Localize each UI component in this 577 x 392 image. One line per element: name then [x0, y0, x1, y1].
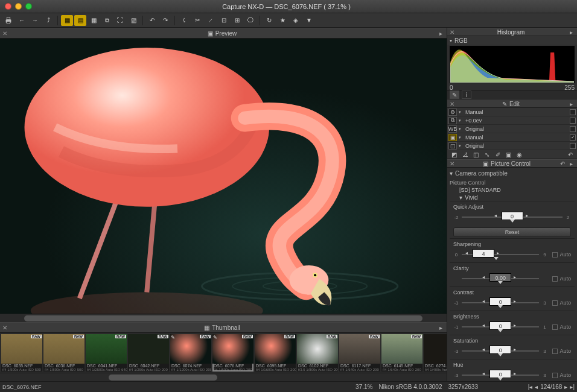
- edit-list: ⚙▾Manual⧉▾+0.0evWB▾Original▣▾Manual◫▾Ori…: [447, 108, 577, 150]
- thumbnail-collapse-icon[interactable]: ▸: [437, 324, 444, 331]
- raw-badge: RAW: [284, 335, 295, 338]
- brightness-auto-checkbox[interactable]: Auto: [552, 324, 571, 330]
- back-icon[interactable]: ←: [16, 15, 28, 26]
- zoom-fit-icon[interactable]: ⊡: [218, 15, 230, 26]
- crop2-icon[interactable]: ◫: [471, 150, 480, 159]
- forward-icon[interactable]: →: [29, 15, 41, 26]
- thumbnail-item[interactable]: RAWDSC_6145.NEFf/4 1/640s Auto ISO 200: [381, 334, 422, 371]
- fullscreen-icon[interactable]: ⛶: [114, 15, 126, 26]
- compare-icon[interactable]: ⧉: [101, 15, 113, 26]
- preview-panel-header: ✕ ▣Preview ▸: [0, 28, 447, 39]
- reset-button[interactable]: Reset: [453, 227, 571, 237]
- edit-collapse-icon[interactable]: ▸: [567, 100, 575, 107]
- thumbnail-item[interactable]: RAWDSC_6095.NEFf/4 1/1600s Auto ISO 200: [255, 334, 296, 371]
- thumbnail-item[interactable]: RAWDSC_6117.NEFf/4 1/640s Auto ISO 200: [339, 334, 380, 371]
- contrast-slider[interactable]: -3◂0▸3Auto: [453, 297, 571, 308]
- zoom-window-button[interactable]: [25, 3, 32, 10]
- clarity-slider[interactable]: ◂0.00▸ Auto: [453, 273, 571, 284]
- edit-close-icon[interactable]: ✕: [450, 101, 454, 107]
- sharpening-auto-checkbox[interactable]: Auto: [552, 251, 571, 258]
- thumbnail-item[interactable]: RAW✎DSC_6074.NEFf/4 1/1200s Auto ISO 200: [170, 334, 211, 371]
- preview-viewport[interactable]: [0, 39, 447, 314]
- pc-collapse-icon[interactable]: ▸: [567, 160, 575, 167]
- histogram-collapse-icon[interactable]: ▸: [567, 28, 575, 36]
- clarity-auto-checkbox[interactable]: Auto: [552, 276, 571, 282]
- edit-row-wb[interactable]: WB▾Original: [447, 125, 577, 133]
- brush-icon[interactable]: ✐: [493, 150, 502, 159]
- curve-icon[interactable]: ⦨: [461, 150, 470, 159]
- thumbnail-item[interactable]: RAW✎DSC_6076.NEFf/4 1/800s Auto ISO 200: [212, 334, 253, 371]
- edit-row-checkbox[interactable]: [570, 109, 576, 115]
- edit-row-checkbox[interactable]: [570, 126, 576, 132]
- thumbnail-h-scrollbar[interactable]: [0, 373, 447, 381]
- hue-auto-checkbox[interactable]: Auto: [552, 372, 571, 378]
- rotate-cw-icon[interactable]: ↷: [159, 15, 171, 26]
- edit-row-checkbox[interactable]: [570, 134, 576, 141]
- thumbnail-item[interactable]: RAWDSC_6041.NEFf/4 1/2500s Auto ISO 640: [86, 334, 127, 371]
- edit-row-pc[interactable]: ▣▾Manual: [447, 133, 577, 142]
- dropper-icon[interactable]: ⤹: [178, 15, 190, 26]
- thumb-meta: f/3.5 1/800s Auto ISO 200: [297, 368, 338, 371]
- preview-close-icon[interactable]: ✕: [2, 30, 7, 37]
- view-mode-1-icon[interactable]: ▦: [61, 15, 73, 26]
- edit-row-checkbox[interactable]: [570, 143, 576, 149]
- palette-icon[interactable]: ◉: [515, 150, 524, 159]
- edit-row-checkbox[interactable]: [570, 118, 576, 124]
- histogram-close-icon[interactable]: ✕: [450, 29, 454, 36]
- thumbnail-item[interactable]: RAWDSC_6102.NEFf/3.5 1/800s Auto ISO 200: [297, 334, 338, 371]
- saturation-slider[interactable]: -3◂0▸3Auto: [453, 346, 571, 356]
- hue-slider[interactable]: -3◂0▸3Auto: [453, 370, 571, 381]
- edit-tab-meta-icon[interactable]: i: [462, 90, 471, 99]
- edit-row-gear[interactable]: ⚙▾Manual: [447, 108, 577, 116]
- thumb-filename: DSC_6117.NEF: [339, 364, 380, 368]
- grid-icon[interactable]: ▨: [127, 15, 139, 26]
- refresh-icon[interactable]: ↻: [263, 15, 275, 26]
- resize-icon[interactable]: ⤡: [482, 150, 491, 159]
- tone-icon[interactable]: ◩: [450, 150, 459, 159]
- contrast-auto-checkbox[interactable]: Auto: [552, 300, 571, 306]
- thumbnail-item[interactable]: RAWDSC_6274.NEFf/4 1/400s Auto ISO 200: [424, 334, 447, 371]
- edit-row-nr[interactable]: ◫▾Original: [447, 142, 577, 150]
- minimize-window-button[interactable]: [15, 3, 22, 10]
- pc-undo-icon[interactable]: ↶: [559, 160, 566, 167]
- thumbnail-item[interactable]: RAWDSC_6042.NEFf/4 1/250s Auto ISO 200: [128, 334, 169, 371]
- thumbnail-close-icon[interactable]: ✕: [2, 324, 7, 331]
- straighten-icon[interactable]: ⟋: [205, 15, 217, 26]
- view-mode-3-icon[interactable]: ▦: [88, 15, 100, 26]
- print-icon[interactable]: [2, 15, 14, 26]
- filter-icon[interactable]: ▼: [303, 15, 315, 26]
- crop-icon[interactable]: ✂: [191, 15, 203, 26]
- edit-row-ev[interactable]: ⧉▾+0.0ev: [447, 116, 577, 125]
- histogram-mode-toggle[interactable]: ▾: [450, 38, 452, 43]
- pc-close-icon[interactable]: ✕: [450, 160, 454, 167]
- undo-icon[interactable]: ↶: [566, 150, 575, 159]
- nav-first-icon[interactable]: |◂: [528, 384, 533, 390]
- tag-icon[interactable]: ◈: [290, 15, 302, 26]
- pc-preset-dropdown[interactable]: ▾Vivid: [450, 194, 575, 201]
- thumbnail-item[interactable]: RAWDSC_6035.NEFf/4 1/500s Auto ISO 500: [1, 334, 42, 371]
- preview-collapse-icon[interactable]: ▸: [437, 30, 444, 37]
- sharpening-slider[interactable]: 0◂4▸9Auto: [453, 249, 571, 260]
- view-mode-2-icon[interactable]: ▤: [74, 15, 86, 26]
- edit-tab-adjust-icon[interactable]: ✎: [450, 90, 459, 99]
- thumb-filename: DSC_6095.NEF: [255, 364, 296, 368]
- saturation-auto-checkbox[interactable]: Auto: [552, 348, 571, 354]
- camera-compat-toggle[interactable]: ▾: [450, 170, 453, 177]
- nav-prev-icon[interactable]: ◂: [535, 384, 538, 390]
- svg-rect-1: [7, 17, 10, 19]
- quick-adjust-slider[interactable]: -2 ◂ 0 ▸ 2: [453, 212, 571, 223]
- folder-up-icon[interactable]: ⤴: [42, 15, 54, 26]
- star-icon[interactable]: ★: [276, 15, 288, 26]
- thumbnail-item[interactable]: RAWDSC_6036.NEFf/4 1/800s Auto ISO 500: [43, 334, 84, 371]
- nav-last-icon[interactable]: ▸|: [570, 384, 575, 390]
- close-window-button[interactable]: [5, 3, 11, 10]
- thumb-meta: f/4 1/1200s Auto ISO 200: [170, 368, 211, 371]
- camera-icon[interactable]: ▣: [504, 150, 513, 159]
- preview-h-scrollbar[interactable]: [0, 314, 447, 322]
- rotate-ccw-icon[interactable]: ↶: [146, 15, 158, 26]
- histogram-canvas[interactable]: [450, 46, 575, 83]
- brightness-slider[interactable]: -1◂0▸1Auto: [453, 321, 571, 332]
- zoom-100-icon[interactable]: ⊞: [231, 15, 243, 26]
- nav-next-icon[interactable]: ▸: [564, 384, 567, 390]
- monitor-icon[interactable]: 🖵: [244, 15, 257, 26]
